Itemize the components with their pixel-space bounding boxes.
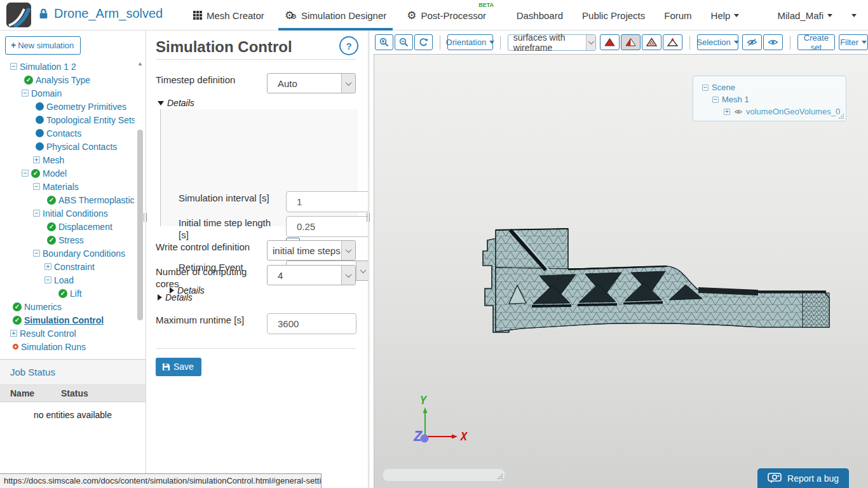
details-toggle-open[interactable]: Details [158,98,194,108]
collapsed-panel[interactable] [383,468,505,482]
collapse-icon[interactable]: − [33,210,40,217]
expand-icon[interactable]: + [44,263,51,270]
tree-item-physical-contacts[interactable]: Physical Contacts [0,140,135,153]
collapse-icon[interactable]: − [702,85,709,91]
collapse-icon[interactable]: − [44,276,51,283]
tree-item-simulation-control[interactable]: ✓Simulation Control [0,313,135,327]
zoom-in-button[interactable] [375,34,393,50]
tree-item-initial-conditions[interactable]: −Initial Conditions [0,207,135,220]
scene-tree-item-scene[interactable]: − Scene [693,81,846,93]
resize-grip-icon[interactable] [497,473,503,480]
tab-mesh-creator[interactable]: Mesh Creator [183,0,275,30]
zoom-out-button[interactable] [395,34,413,50]
tree-item-numerics[interactable]: ✓Numerics [0,300,135,313]
nav-help[interactable]: Help [711,10,740,21]
show-all-button[interactable] [763,34,783,50]
tree-item-displacement[interactable]: ✓Displacement [0,220,135,233]
collapse-icon[interactable]: − [712,97,719,103]
tree-item-lift[interactable]: ✓Lift [0,287,135,300]
scene-tree-label: volumeOnGeoVolumes_0 [746,107,840,116]
display-solid-button[interactable] [600,34,620,50]
scene-tree-overlay[interactable]: − Scene − Mesh 1 + volumeOnGeoVolumes_0 [693,76,846,121]
report-bug-button[interactable]: Report a bug [757,468,849,488]
help-button[interactable]: ? [339,36,358,55]
tree-item-constraint[interactable]: +Constraint [0,260,135,273]
create-set-button[interactable]: Create set [797,34,836,50]
refresh-view-button[interactable] [414,34,433,50]
resize-grip-icon[interactable] [838,113,844,119]
tree-item-boundary-conditions[interactable]: −Boundary Conditions [0,247,135,260]
render-canvas[interactable]: Y X Z − Scene − Mesh 1 + [374,54,868,488]
tree-item-label: Simulation 1 2 [20,62,76,72]
extra-menu[interactable] [851,14,857,17]
max-runtime-input[interactable] [267,313,356,334]
job-status-col-name[interactable]: Name [10,388,61,398]
new-simulation-button[interactable]: +New simulation [5,36,81,55]
expand-icon[interactable]: + [724,109,730,115]
tree-item-mesh[interactable]: +Mesh [0,153,135,166]
render-mode-select[interactable]: surfaces with wireframe [508,34,597,51]
sidebar-scrollbar[interactable]: ▲ ▼ [136,60,144,384]
tree-item-label: ABS Thermoplastic [58,195,135,205]
tree-item-stress[interactable]: ✓Stress [0,233,135,247]
details-toggle-collapsed[interactable]: Details [158,292,193,302]
chevron-down-icon [862,41,867,44]
tab-simulation-designer[interactable]: ⚙⚙ Simulation Designer [275,0,397,30]
expand-icon[interactable]: + [10,330,17,337]
save-button[interactable]: Save [156,358,201,376]
hide-selected-button[interactable] [742,34,762,50]
scene-tree-label: Scene [712,83,735,92]
tree-item-materials[interactable]: −Materials [0,180,135,193]
scene-tree-item-volume[interactable]: + volumeOnGeoVolumes_0 [693,105,846,118]
tree-item-simulation-runs[interactable]: Simulation Runs [0,340,135,353]
toolbar-divider [689,36,690,50]
tree-item-domain[interactable]: −Domain [0,86,135,100]
timestep-definition-select[interactable]: Auto [267,73,356,93]
tab-post-processor[interactable]: ⚙ Post-Processor BETA [397,0,496,30]
collapse-icon[interactable]: − [10,63,17,70]
collapse-icon[interactable]: − [22,170,29,177]
tree-item-load[interactable]: −Load [0,273,135,287]
job-status-title: Job Status [10,367,55,377]
details-label: Details [167,98,194,108]
scroll-up-icon[interactable]: ▲ [136,60,144,68]
tree-item-analysis-type[interactable]: ✓Analysis Type [0,73,135,86]
tree-item-model[interactable]: −✓Model [0,166,135,180]
display-points-button[interactable] [663,34,682,50]
scrollbar-thumb[interactable] [137,130,143,320]
nav-public-projects[interactable]: Public Projects [582,10,645,21]
collapse-icon[interactable]: − [33,183,40,190]
tree-item-simulation-1-2[interactable]: −Simulation 1 2 [0,60,135,73]
write-control-select[interactable]: initial time steps [267,240,356,261]
tree-item-abs-thermoplastic[interactable]: ✓ABS Thermoplastic [0,193,135,207]
splitter-grip[interactable] [367,213,370,222]
collapse-icon[interactable]: − [22,90,29,97]
tab-label: Mesh Creator [207,10,264,21]
selection-button[interactable]: Selection [697,34,738,50]
eye-icon[interactable] [734,109,743,115]
simscale-logo-swoosh [6,3,31,27]
simscale-logo[interactable] [6,3,31,27]
job-status-col-status[interactable]: Status [61,388,88,398]
simulation-interval-input[interactable] [286,191,370,212]
tree-item-label: Geometry Primitives [46,102,126,112]
tree-item-result-control[interactable]: +Result Control [0,327,135,340]
collapse-icon[interactable]: − [33,250,40,257]
global-nav: Dashboard Public Projects Forum Help Mil… [517,0,857,30]
tree-item-label: Initial Conditions [43,208,108,219]
expand-icon[interactable]: + [33,156,40,163]
display-surface-wireframe-button[interactable] [621,34,641,50]
filter-button[interactable]: Filter [839,34,868,50]
select-value: initial time steps [268,245,341,256]
display-wireframe-button[interactable] [642,34,661,50]
nav-dashboard[interactable]: Dashboard [517,10,563,21]
user-menu[interactable]: Milad_Mafi [777,10,832,21]
tree-item-geometry-primitives[interactable]: Geometry Primitives [0,100,135,113]
computing-cores-select[interactable]: 4 [267,265,356,285]
initial-time-step-input[interactable] [286,216,370,237]
scene-tree-item-mesh[interactable]: − Mesh 1 [693,93,846,105]
nav-forum[interactable]: Forum [664,10,691,21]
tree-item-topological-entity-sets[interactable]: Topological Entity Sets [0,113,135,126]
tree-item-contacts[interactable]: Contacts [0,126,135,140]
orientation-button[interactable]: Orientation [447,34,493,50]
